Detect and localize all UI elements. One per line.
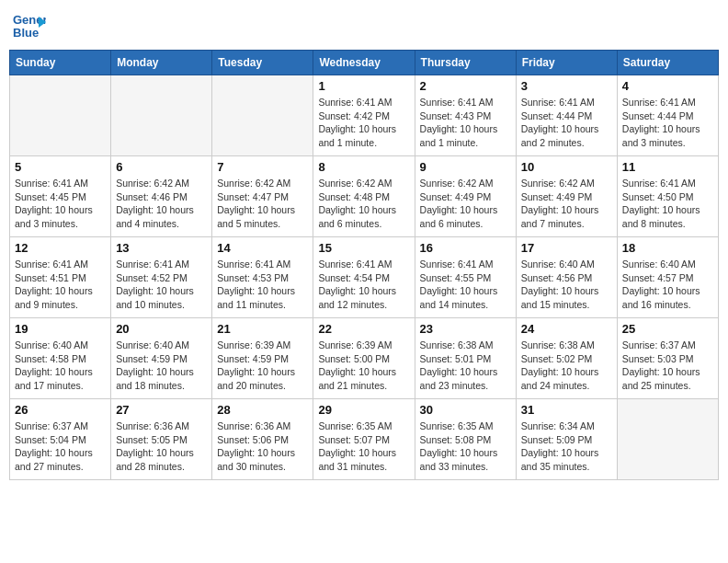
calendar-cell [111, 75, 212, 156]
calendar-header-monday: Monday [111, 51, 212, 75]
day-info: Sunrise: 6:41 AM Sunset: 4:50 PM Dayligh… [622, 177, 713, 231]
calendar-cell: 5Sunrise: 6:41 AM Sunset: 4:45 PM Daylig… [10, 156, 111, 237]
day-number: 4 [622, 79, 713, 93]
day-number: 31 [521, 403, 612, 417]
calendar-cell: 12Sunrise: 6:41 AM Sunset: 4:51 PM Dayli… [10, 237, 111, 318]
day-info: Sunrise: 6:41 AM Sunset: 4:45 PM Dayligh… [15, 177, 106, 231]
day-number: 7 [217, 160, 308, 174]
day-number: 6 [116, 160, 207, 174]
day-number: 17 [521, 241, 612, 255]
calendar-cell: 1Sunrise: 6:41 AM Sunset: 4:42 PM Daylig… [313, 75, 415, 156]
calendar-cell: 8Sunrise: 6:42 AM Sunset: 4:48 PM Daylig… [313, 156, 415, 237]
day-number: 29 [318, 403, 409, 417]
day-info: Sunrise: 6:40 AM Sunset: 4:56 PM Dayligh… [521, 258, 612, 312]
day-number: 10 [521, 160, 612, 174]
day-number: 28 [217, 403, 308, 417]
calendar-cell: 30Sunrise: 6:35 AM Sunset: 5:08 PM Dayli… [415, 399, 516, 480]
day-info: Sunrise: 6:41 AM Sunset: 4:53 PM Dayligh… [217, 258, 308, 312]
calendar-cell [212, 75, 313, 156]
day-info: Sunrise: 6:42 AM Sunset: 4:49 PM Dayligh… [521, 177, 612, 231]
calendar-header-row: SundayMondayTuesdayWednesdayThursdayFrid… [10, 51, 719, 75]
day-info: Sunrise: 6:35 AM Sunset: 5:08 PM Dayligh… [420, 419, 511, 474]
calendar-cell: 10Sunrise: 6:42 AM Sunset: 4:49 PM Dayli… [516, 156, 617, 237]
day-number: 30 [420, 403, 511, 417]
day-info: Sunrise: 6:41 AM Sunset: 4:55 PM Dayligh… [420, 258, 511, 312]
day-info: Sunrise: 6:38 AM Sunset: 5:01 PM Dayligh… [420, 339, 511, 393]
calendar-header-thursday: Thursday [415, 51, 516, 75]
day-number: 9 [420, 160, 511, 174]
calendar-cell: 3Sunrise: 6:41 AM Sunset: 4:44 PM Daylig… [516, 75, 617, 156]
day-number: 11 [622, 160, 713, 174]
calendar-header-wednesday: Wednesday [313, 51, 415, 75]
calendar-week-5: 26Sunrise: 6:37 AM Sunset: 5:04 PM Dayli… [10, 399, 719, 480]
day-info: Sunrise: 6:42 AM Sunset: 4:47 PM Dayligh… [217, 177, 308, 231]
calendar-cell: 14Sunrise: 6:41 AM Sunset: 4:53 PM Dayli… [212, 237, 313, 318]
day-info: Sunrise: 6:36 AM Sunset: 5:06 PM Dayligh… [217, 419, 308, 474]
day-number: 21 [217, 322, 308, 336]
calendar-header-friday: Friday [516, 51, 617, 75]
calendar-week-1: 1Sunrise: 6:41 AM Sunset: 4:42 PM Daylig… [10, 75, 719, 156]
calendar-cell: 18Sunrise: 6:40 AM Sunset: 4:57 PM Dayli… [617, 237, 718, 318]
day-info: Sunrise: 6:42 AM Sunset: 4:46 PM Dayligh… [116, 177, 207, 231]
calendar-cell: 25Sunrise: 6:37 AM Sunset: 5:03 PM Dayli… [617, 318, 718, 399]
page-header: General Blue [9, 9, 719, 42]
calendar-cell: 17Sunrise: 6:40 AM Sunset: 4:56 PM Dayli… [516, 237, 617, 318]
day-number: 26 [15, 403, 106, 417]
calendar-cell: 31Sunrise: 6:34 AM Sunset: 5:09 PM Dayli… [516, 399, 617, 480]
day-info: Sunrise: 6:40 AM Sunset: 4:57 PM Dayligh… [622, 258, 713, 312]
calendar-header-tuesday: Tuesday [212, 51, 313, 75]
day-number: 1 [318, 79, 409, 93]
calendar-cell: 2Sunrise: 6:41 AM Sunset: 4:43 PM Daylig… [415, 75, 516, 156]
day-info: Sunrise: 6:39 AM Sunset: 4:59 PM Dayligh… [217, 339, 308, 393]
calendar-cell [10, 75, 111, 156]
calendar-cell: 26Sunrise: 6:37 AM Sunset: 5:04 PM Dayli… [10, 399, 111, 480]
calendar-cell: 21Sunrise: 6:39 AM Sunset: 4:59 PM Dayli… [212, 318, 313, 399]
day-number: 8 [318, 160, 409, 174]
svg-text:Blue: Blue [13, 26, 39, 40]
calendar-cell: 19Sunrise: 6:40 AM Sunset: 4:58 PM Dayli… [10, 318, 111, 399]
day-info: Sunrise: 6:37 AM Sunset: 5:04 PM Dayligh… [15, 419, 106, 474]
day-number: 23 [420, 322, 511, 336]
day-info: Sunrise: 6:39 AM Sunset: 5:00 PM Dayligh… [318, 339, 409, 393]
day-number: 16 [420, 241, 511, 255]
calendar-cell: 9Sunrise: 6:42 AM Sunset: 4:49 PM Daylig… [415, 156, 516, 237]
day-info: Sunrise: 6:41 AM Sunset: 4:54 PM Dayligh… [318, 258, 409, 312]
day-info: Sunrise: 6:36 AM Sunset: 5:05 PM Dayligh… [116, 419, 207, 474]
calendar-cell: 29Sunrise: 6:35 AM Sunset: 5:07 PM Dayli… [313, 399, 415, 480]
calendar-cell: 16Sunrise: 6:41 AM Sunset: 4:55 PM Dayli… [415, 237, 516, 318]
calendar-cell: 15Sunrise: 6:41 AM Sunset: 4:54 PM Dayli… [313, 237, 415, 318]
day-number: 5 [15, 160, 106, 174]
day-info: Sunrise: 6:41 AM Sunset: 4:43 PM Dayligh… [420, 96, 511, 150]
calendar-cell: 6Sunrise: 6:42 AM Sunset: 4:46 PM Daylig… [111, 156, 212, 237]
calendar-cell [617, 399, 718, 480]
day-number: 15 [318, 241, 409, 255]
day-number: 12 [15, 241, 106, 255]
day-info: Sunrise: 6:40 AM Sunset: 4:58 PM Dayligh… [15, 339, 106, 393]
calendar-cell: 11Sunrise: 6:41 AM Sunset: 4:50 PM Dayli… [617, 156, 718, 237]
calendar-week-2: 5Sunrise: 6:41 AM Sunset: 4:45 PM Daylig… [10, 156, 719, 237]
day-info: Sunrise: 6:41 AM Sunset: 4:52 PM Dayligh… [116, 258, 207, 312]
day-number: 18 [622, 241, 713, 255]
day-number: 25 [622, 322, 713, 336]
day-number: 22 [318, 322, 409, 336]
day-info: Sunrise: 6:34 AM Sunset: 5:09 PM Dayligh… [521, 419, 612, 474]
day-info: Sunrise: 6:41 AM Sunset: 4:42 PM Dayligh… [318, 96, 409, 150]
calendar-cell: 20Sunrise: 6:40 AM Sunset: 4:59 PM Dayli… [111, 318, 212, 399]
day-info: Sunrise: 6:40 AM Sunset: 4:59 PM Dayligh… [116, 339, 207, 393]
calendar-header-sunday: Sunday [10, 51, 111, 75]
day-info: Sunrise: 6:41 AM Sunset: 4:51 PM Dayligh… [15, 258, 106, 312]
day-number: 13 [116, 241, 207, 255]
calendar-cell: 7Sunrise: 6:42 AM Sunset: 4:47 PM Daylig… [212, 156, 313, 237]
day-info: Sunrise: 6:41 AM Sunset: 4:44 PM Dayligh… [622, 96, 713, 150]
calendar-cell: 22Sunrise: 6:39 AM Sunset: 5:00 PM Dayli… [313, 318, 415, 399]
calendar-cell: 23Sunrise: 6:38 AM Sunset: 5:01 PM Dayli… [415, 318, 516, 399]
day-number: 24 [521, 322, 612, 336]
calendar-header-saturday: Saturday [617, 51, 718, 75]
logo-icon: General Blue [13, 9, 46, 42]
calendar-cell: 4Sunrise: 6:41 AM Sunset: 4:44 PM Daylig… [617, 75, 718, 156]
calendar-week-3: 12Sunrise: 6:41 AM Sunset: 4:51 PM Dayli… [10, 237, 719, 318]
day-info: Sunrise: 6:35 AM Sunset: 5:07 PM Dayligh… [318, 419, 409, 474]
day-info: Sunrise: 6:42 AM Sunset: 4:48 PM Dayligh… [318, 177, 409, 231]
day-number: 27 [116, 403, 207, 417]
day-number: 14 [217, 241, 308, 255]
